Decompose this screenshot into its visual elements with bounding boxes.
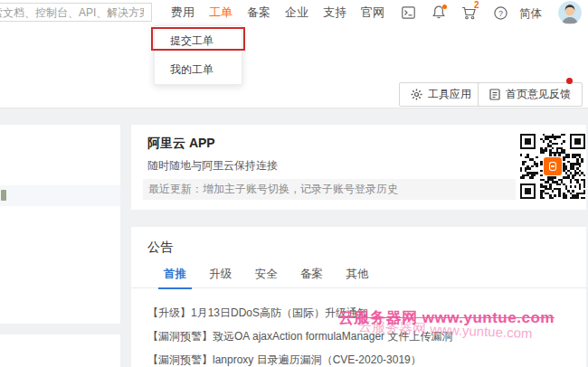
tab-security[interactable]: 安全 bbox=[250, 267, 283, 287]
aliyun-logo bbox=[544, 157, 562, 175]
tab-featured[interactable]: 首推 bbox=[158, 267, 192, 289]
app-card-title: 阿里云 APP bbox=[147, 136, 215, 152]
top-header: 费用 工单 备案 企业 支持 官网 bbox=[0, 0, 588, 108]
avatar[interactable] bbox=[558, 1, 582, 24]
app-card-subtitle: 随时随地与阿里云保持连接 bbox=[147, 158, 278, 174]
announcement-item[interactable]: 【升级】1月13日DDoS高防（国际）升级通知 bbox=[147, 301, 573, 325]
search-input[interactable] bbox=[0, 3, 152, 22]
feedback-button-label: 首页意见反馈 bbox=[506, 87, 571, 102]
nav-item-enterprise[interactable]: 企业 bbox=[278, 5, 316, 21]
announcement-tabs: 首推 升级 安全 备案 其他 bbox=[131, 267, 586, 288]
cart-badge: 2 bbox=[474, 0, 479, 10]
top-navbar: 费用 工单 备案 企业 支持 官网 bbox=[0, 0, 588, 25]
svg-text:?: ? bbox=[498, 9, 503, 18]
announcements-title: 公告 bbox=[147, 240, 173, 256]
sidebar-item-icon bbox=[1, 190, 6, 201]
clipboard-icon bbox=[489, 89, 500, 100]
app-card-update: 最近更新：增加主子账号切换，记录子账号登录历史 bbox=[143, 179, 516, 200]
sidebar-card-secondary bbox=[0, 334, 120, 367]
nav-item-icp[interactable]: 备案 bbox=[240, 5, 278, 21]
aliyun-app-card: 阿里云 APP 随时随地与阿里云保持连接 最近更新：增加主子账号切换，记录子账号… bbox=[131, 125, 586, 210]
terminal-icon[interactable] bbox=[402, 6, 415, 19]
tab-other[interactable]: 其他 bbox=[340, 267, 374, 287]
locale-switch[interactable]: 简体 bbox=[519, 6, 542, 22]
nav-item-support[interactable]: 支持 bbox=[316, 5, 354, 21]
qr-code bbox=[520, 133, 585, 200]
tab-upgrade[interactable]: 升级 bbox=[204, 267, 237, 287]
menu-item-submit-ticket[interactable]: 提交工单 bbox=[155, 26, 242, 55]
nav-item-billing[interactable]: 费用 bbox=[164, 5, 202, 21]
nav-links: 费用 工单 备案 企业 支持 官网 bbox=[164, 0, 392, 25]
feedback-button[interactable]: 首页意见反馈 bbox=[478, 82, 583, 107]
feedback-red-dot bbox=[566, 78, 573, 84]
sidebar-highlighted-item[interactable] bbox=[0, 185, 120, 206]
ticket-dropdown: 提交工单 我的工单 bbox=[154, 25, 242, 85]
tools-button[interactable]: 工具应用 bbox=[399, 82, 483, 107]
tools-button-label: 工具应用 bbox=[428, 87, 471, 102]
announcements-card: 公告 首推 升级 安全 备案 其他 【升级】1月13日DDoS高防（国际）升级通… bbox=[131, 227, 586, 367]
nav-item-website[interactable]: 官网 bbox=[354, 5, 392, 21]
help-icon[interactable]: ? bbox=[494, 6, 507, 20]
nav-item-tickets[interactable]: 工单 bbox=[202, 5, 240, 21]
announcement-list: 【升级】1月13日DDoS高防（国际）升级通知 【漏洞预警】致远OA ajaxA… bbox=[147, 301, 573, 367]
menu-item-my-tickets[interactable]: 我的工单 bbox=[155, 55, 242, 84]
tab-icp[interactable]: 备案 bbox=[295, 267, 328, 287]
announcement-item[interactable]: 【漏洞预警】lanproxy 目录遍历漏洞（CVE-2020-3019） bbox=[147, 348, 573, 367]
left-sidebar bbox=[0, 125, 120, 324]
gear-icon bbox=[411, 89, 422, 100]
bell-notification-dot bbox=[442, 5, 447, 9]
announcement-item[interactable]: 【漏洞预警】致远OA ajaxAction formulaManager 文件上… bbox=[147, 325, 573, 348]
sidebar-card bbox=[0, 125, 120, 324]
